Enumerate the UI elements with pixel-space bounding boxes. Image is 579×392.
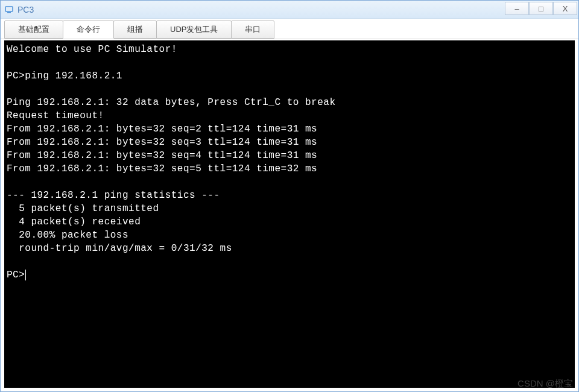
tab-basic-config[interactable]: 基础配置 bbox=[4, 21, 63, 39]
tab-serial[interactable]: 串口 bbox=[231, 21, 274, 39]
terminal-cursor bbox=[25, 270, 26, 280]
pc-icon bbox=[4, 5, 14, 14]
app-window: PC3 – □ X 基础配置 命令行 组播 UDP发包工具 串口 Welcome… bbox=[0, 0, 579, 392]
svg-rect-0 bbox=[5, 7, 13, 11]
svg-rect-1 bbox=[7, 12, 11, 13]
window-controls: – □ X bbox=[505, 2, 577, 15]
tab-multicast[interactable]: 组播 bbox=[113, 21, 157, 39]
window-title: PC3 bbox=[17, 5, 575, 14]
terminal-container: Welcome to use PC Simulator! PC>ping 192… bbox=[1, 39, 578, 391]
tab-command-line[interactable]: 命令行 bbox=[63, 21, 114, 39]
maximize-button[interactable]: □ bbox=[529, 2, 553, 15]
close-button[interactable]: X bbox=[553, 2, 577, 15]
tab-udp-tool[interactable]: UDP发包工具 bbox=[156, 21, 232, 39]
titlebar[interactable]: PC3 – □ X bbox=[1, 1, 578, 19]
terminal[interactable]: Welcome to use PC Simulator! PC>ping 192… bbox=[4, 40, 575, 388]
tab-bar: 基础配置 命令行 组播 UDP发包工具 串口 bbox=[1, 19, 578, 39]
minimize-button[interactable]: – bbox=[505, 2, 529, 15]
